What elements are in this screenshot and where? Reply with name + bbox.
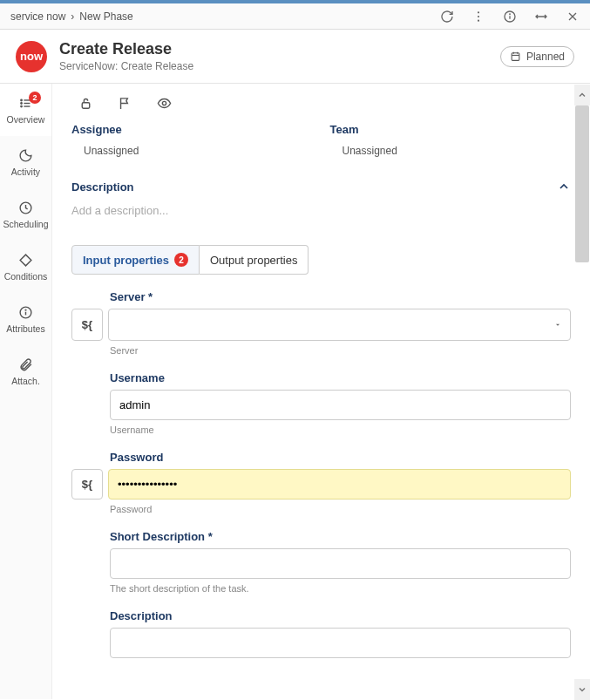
more-vertical-icon[interactable] [471,10,485,24]
shortdesc-help: The short description of the task. [110,583,571,594]
close-icon[interactable] [566,10,580,24]
refresh-icon[interactable] [440,10,454,24]
username-input[interactable] [110,390,571,420]
sidebar-item-scheduling[interactable]: Scheduling [0,188,51,241]
info-circle-icon [18,305,33,320]
svg-point-21 [162,101,166,105]
lock-icon[interactable] [78,96,93,111]
sidebar: 2 Overview Activity Scheduling Condition… [0,84,52,699]
username-help: Username [110,425,571,435]
properties-tabs: Input properties 2 Output properties [71,245,571,275]
scroll-down-icon[interactable] [574,679,590,700]
scrollbar[interactable] [574,85,590,700]
content-toolbar [52,84,590,123]
sidebar-item-attributes[interactable]: Attributes [0,293,51,345]
svg-point-2 [478,19,479,21]
team-label: Team [330,123,572,136]
diamond-icon [18,253,33,268]
sidebar-item-conditions[interactable]: Conditions [0,241,51,293]
scroll-thumb[interactable] [575,105,589,262]
page-header: now Create Release ServiceNow: Create Re… [0,30,590,84]
desc2-label: Description [110,609,571,622]
calendar-icon [510,51,521,62]
breadcrumb-bar: service now › New Phase [0,3,590,30]
moon-icon [18,148,33,163]
clock-icon [18,200,33,215]
sidebar-item-attach[interactable]: Attach. [0,345,51,398]
chevron-up-icon[interactable] [557,180,571,194]
svg-point-10 [21,99,22,100]
svg-point-19 [25,309,26,310]
svg-point-14 [21,105,22,106]
svg-point-12 [21,102,22,103]
desc2-input[interactable] [110,628,571,658]
svg-point-1 [478,15,479,17]
svg-point-5 [510,14,511,15]
overview-badge: 2 [29,92,41,104]
password-label: Password [110,451,571,464]
server-label: Server * [110,290,571,303]
team-value[interactable]: Unassigned [330,145,572,157]
svg-point-0 [478,11,479,13]
shortdesc-input[interactable] [110,548,571,579]
description-input[interactable]: Add a description... [52,200,590,229]
breadcrumb-root[interactable]: service now [10,10,65,23]
tab-input-properties[interactable]: Input properties 2 [71,245,200,275]
password-input[interactable] [108,469,571,500]
status-button[interactable]: Planned [500,46,574,67]
assignee-value[interactable]: Unassigned [71,145,313,157]
scroll-up-icon[interactable] [574,85,590,105]
app-logo: now [16,41,47,72]
breadcrumb-separator: › [71,10,74,23]
content-panel: Assignee Unassigned Team Unassigned Desc… [52,84,590,699]
shortdesc-label: Short Description * [110,530,571,543]
tab-output-properties[interactable]: Output properties [200,245,309,275]
flag-icon[interactable] [118,96,132,111]
page-title: Create Release [59,40,488,58]
sidebar-item-overview[interactable]: 2 Overview [0,84,51,136]
password-help: Password [110,504,571,514]
description-label: Description [71,180,134,194]
server-select[interactable] [108,309,571,341]
paperclip-icon [18,357,33,372]
assignee-label: Assignee [71,123,313,136]
breadcrumb-current[interactable]: New Phase [79,10,132,23]
variable-button-password[interactable]: ${ [71,469,103,500]
sidebar-item-activity[interactable]: Activity [0,136,51,188]
svg-rect-20 [82,103,90,108]
svg-rect-6 [512,53,519,61]
server-help: Server [110,345,571,356]
input-tab-badge: 2 [174,253,188,267]
eye-icon[interactable] [157,96,172,111]
page-subtitle: ServiceNow: Create Release [59,60,488,72]
expand-horizontal-icon[interactable] [534,10,548,24]
variable-button-server[interactable]: ${ [71,309,103,341]
username-label: Username [110,371,571,384]
info-icon[interactable] [503,10,517,24]
